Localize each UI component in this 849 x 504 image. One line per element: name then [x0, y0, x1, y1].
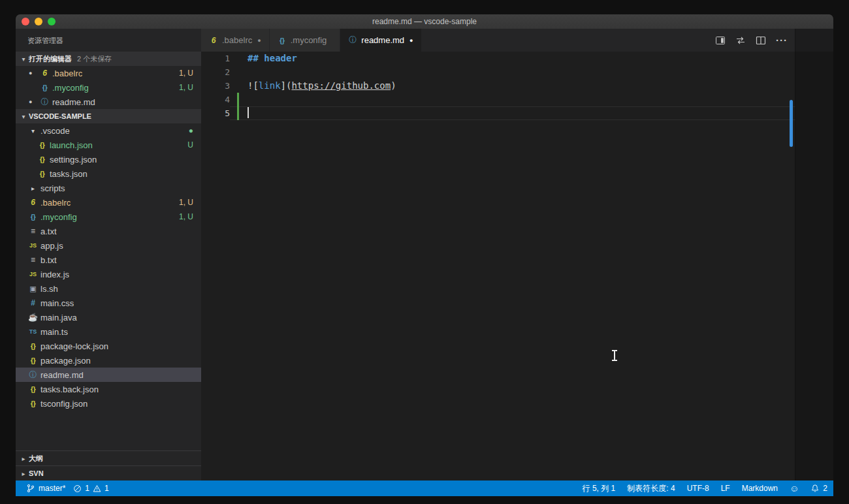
tree-item[interactable]: ⓘ readme.md: [16, 368, 201, 382]
tree-item[interactable]: JS index.js: [16, 267, 201, 281]
tree-item[interactable]: {} .myconfig 1, U: [16, 210, 201, 224]
code-editor[interactable]: 1 ## header 2 3 ![link](https://github.c…: [201, 52, 833, 480]
error-count: 1: [85, 484, 89, 493]
dirty-indicator: ●: [257, 37, 261, 44]
file-name: tasks.back.json: [40, 385, 99, 394]
file-name: tsconfig.json: [40, 399, 88, 409]
tree-item[interactable]: TS main.ts: [16, 324, 201, 339]
code-line-current[interactable]: 5: [201, 106, 795, 120]
file-icon: {}: [27, 342, 39, 350]
more-actions-icon[interactable]: ···: [776, 37, 788, 44]
markdown-punctuation: ](: [281, 80, 292, 91]
tab-myconfig[interactable]: {} .myconfig: [270, 29, 341, 52]
tree-item[interactable]: {} package.json: [16, 353, 201, 368]
encoding-status[interactable]: UTF-8: [681, 480, 715, 496]
open-editors-header[interactable]: ▾ 打开的编辑器 2 个未保存: [16, 52, 201, 66]
file-icon: JS: [27, 271, 39, 277]
tree-item[interactable]: JS app.js: [16, 238, 201, 253]
file-icon: ▾: [27, 127, 39, 134]
file-icon: ⓘ: [27, 370, 39, 381]
chevron-right-icon: ▸: [18, 470, 29, 477]
file-icon: {}: [37, 155, 48, 163]
code-line[interactable]: 3 ![link](https://github.com): [201, 79, 795, 93]
sidebar-title: 资源管理器: [16, 29, 201, 52]
tree-item[interactable]: ≡ b.txt: [16, 253, 201, 267]
tree-item[interactable]: ▣ ls.sh: [16, 281, 201, 296]
sidebar-spacer: [16, 411, 201, 450]
markdown-punctuation: ): [391, 80, 396, 91]
file-icon: ☕: [27, 313, 39, 322]
markdown-link-url: https://github.com: [291, 80, 391, 91]
open-preview-icon[interactable]: [715, 35, 726, 46]
tree-item[interactable]: {} settings.json: [16, 152, 201, 166]
feedback-smiley[interactable]: ☺: [784, 480, 805, 496]
tab-readme[interactable]: ⓘ readme.md ●: [340, 29, 421, 52]
tab-babelrc[interactable]: 6 .babelrc ●: [201, 29, 270, 52]
dirty-indicator: ●: [409, 37, 413, 44]
file-name: package.json: [40, 356, 91, 366]
open-editor-item[interactable]: {} .myconfig 1, U: [16, 80, 201, 95]
chevron-down-icon: ▾: [18, 55, 29, 63]
file-icon: {}: [37, 141, 48, 149]
problems-status[interactable]: 1 1: [69, 480, 112, 496]
project-root-header[interactable]: ▾ VSCODE-SAMPLE: [16, 109, 201, 123]
indentation-status[interactable]: 制表符长度: 4: [621, 480, 681, 496]
notifications-bell[interactable]: 2: [805, 480, 833, 496]
tree-item[interactable]: {} package-lock.json: [16, 339, 201, 353]
open-editor-item[interactable]: ● 6 .babelrc 1, U: [16, 66, 201, 80]
code-line[interactable]: 1 ## header: [201, 52, 795, 65]
file-name: .myconfig: [52, 83, 89, 93]
editor-group: 6 .babelrc ● {} .myconfig ⓘ readme.md ●: [201, 29, 833, 480]
code-line[interactable]: 2: [201, 65, 795, 79]
close-window-button[interactable]: [22, 18, 29, 25]
svn-section-label: SVN: [29, 469, 44, 477]
tab-label: .myconfig: [291, 35, 327, 45]
error-icon: [73, 484, 82, 493]
chevron-right-icon: ▸: [18, 455, 29, 462]
file-name: scripts: [40, 183, 65, 193]
tree-item[interactable]: {} tasks.back.json: [16, 382, 201, 396]
tree-item[interactable]: {} tasks.json: [16, 166, 201, 181]
language-mode-status[interactable]: Markdown: [736, 480, 784, 496]
svn-section-header[interactable]: ▸ SVN: [16, 465, 201, 480]
outline-section-header[interactable]: ▸ 大纲: [16, 450, 201, 465]
open-editor-item[interactable]: ● ⓘ readme.md: [16, 95, 201, 109]
babel-icon: 6: [209, 36, 218, 45]
tree-item[interactable]: {} launch.json U: [16, 138, 201, 152]
maximize-window-button[interactable]: [48, 18, 56, 25]
cursor-position-status[interactable]: 行 5, 列 1: [577, 480, 622, 496]
git-branch-status[interactable]: master*: [22, 480, 69, 496]
tree-item[interactable]: ☕ main.java: [16, 310, 201, 324]
traffic-lights: [22, 18, 56, 25]
smiley-icon: ☺: [790, 484, 799, 493]
title-bar[interactable]: readme.md — vscode-sample: [16, 14, 833, 29]
file-name: .babelrc: [40, 198, 71, 208]
tree-item[interactable]: ≡ a.txt: [16, 224, 201, 238]
file-name: ls.sh: [40, 284, 58, 294]
file-name: launch.json: [50, 140, 93, 150]
tree-item[interactable]: {} tsconfig.json: [16, 396, 201, 411]
vscode-window: readme.md — vscode-sample 资源管理器 ▾ 打开的编辑器…: [16, 14, 833, 496]
code-line[interactable]: 4: [201, 93, 795, 106]
tree-item[interactable]: # main.css: [16, 296, 201, 310]
file-icon: TS: [27, 328, 39, 335]
tree-item[interactable]: ▾ .vscode ●: [16, 123, 201, 138]
file-name: index.js: [40, 270, 69, 279]
git-branch-icon: [26, 484, 35, 493]
tree-item[interactable]: ▸ scripts: [16, 181, 201, 195]
scrollbar-marker[interactable]: [790, 100, 793, 147]
file-name: a.txt: [40, 227, 57, 236]
file-name: readme.md: [52, 97, 95, 107]
chevron-down-icon: ▾: [18, 113, 29, 120]
minimize-window-button[interactable]: [35, 18, 42, 25]
text-caret: [248, 107, 249, 118]
tree-item[interactable]: 6 .babelrc 1, U: [16, 195, 201, 210]
git-status-badge: 1, U: [179, 83, 193, 92]
split-editor-icon[interactable]: [756, 35, 766, 46]
file-name: b.txt: [40, 255, 57, 265]
file-icon: {}: [39, 84, 50, 91]
window-title: readme.md — vscode-sample: [372, 17, 477, 26]
open-changes-icon[interactable]: [735, 35, 746, 46]
eol-status[interactable]: LF: [715, 480, 736, 496]
file-name: main.ts: [40, 327, 68, 337]
